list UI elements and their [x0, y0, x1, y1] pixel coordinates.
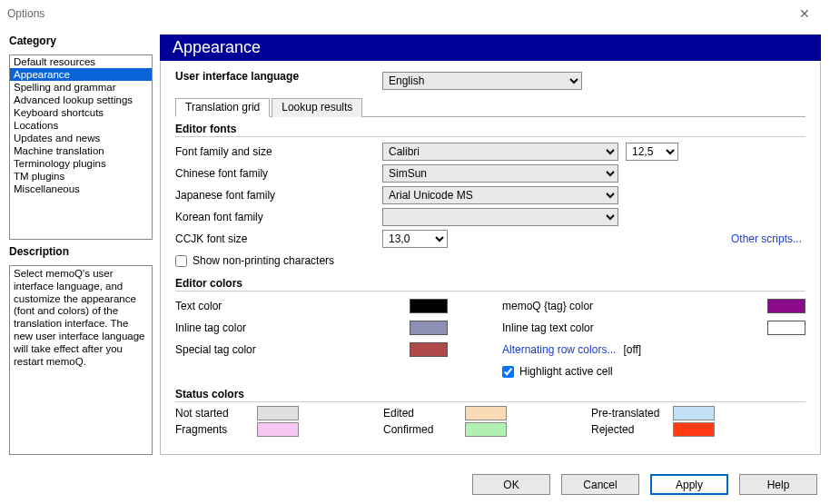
- category-item[interactable]: Updates and news: [10, 132, 152, 144]
- chinese-font-select[interactable]: SimSun: [382, 164, 618, 183]
- highlight-active-label: Highlight active cell: [519, 365, 613, 378]
- show-nonprinting-label: Show non-printing characters: [193, 254, 334, 267]
- text-color-label: Text color: [175, 300, 275, 312]
- ok-button[interactable]: OK: [472, 474, 550, 495]
- inline-tag-text-color-label: Inline tag text color: [502, 321, 638, 334]
- status-edited-swatch[interactable]: [465, 406, 507, 420]
- close-icon[interactable]: ✕: [786, 6, 823, 21]
- apply-button[interactable]: Apply: [650, 474, 728, 495]
- font-size-select[interactable]: 12,5: [626, 143, 678, 161]
- status-rejected-label: Rejected: [591, 423, 673, 436]
- ui-language-label: User interface language: [175, 70, 382, 83]
- category-item[interactable]: Locations: [10, 119, 152, 132]
- other-scripts-link[interactable]: Other scripts...: [731, 232, 802, 245]
- ui-language-select[interactable]: English: [382, 72, 582, 90]
- status-fragments-label: Fragments: [175, 423, 257, 436]
- font-family-label: Font family and size: [175, 145, 382, 158]
- status-not-started-swatch[interactable]: [257, 406, 299, 420]
- category-item[interactable]: Terminology plugins: [10, 157, 152, 170]
- category-item[interactable]: Default resources: [10, 55, 152, 68]
- description-text: Select memoQ's user interface language, …: [9, 265, 153, 455]
- status-not-started-label: Not started: [175, 407, 257, 420]
- inline-tag-color-label: Inline tag color: [175, 321, 275, 334]
- show-nonprinting-checkbox[interactable]: Show non-printing characters: [175, 254, 334, 267]
- tab[interactable]: Translation grid: [175, 98, 270, 117]
- alternating-colors-state: [off]: [623, 343, 641, 356]
- category-item[interactable]: Appearance: [10, 68, 152, 81]
- category-item[interactable]: Advanced lookup settings: [10, 94, 152, 106]
- status-colors-header: Status colors: [175, 388, 805, 402]
- highlight-active-checkbox[interactable]: Highlight active cell: [502, 365, 613, 378]
- japanese-font-label: Japanese font family: [175, 189, 382, 202]
- inline-tag-text-color-swatch[interactable]: [767, 321, 805, 335]
- description-header: Description: [9, 245, 153, 258]
- category-item[interactable]: TM plugins: [10, 170, 152, 183]
- status-edited-label: Edited: [383, 407, 465, 420]
- font-family-select[interactable]: Calibri: [382, 143, 618, 161]
- status-pretranslated-label: Pre-translated: [591, 407, 673, 420]
- page-title-banner: Appearance: [160, 35, 821, 61]
- category-item[interactable]: Spelling and grammar: [10, 81, 152, 94]
- editor-colors-header: Editor colors: [175, 277, 805, 292]
- window-title: Options: [7, 7, 786, 20]
- status-pretranslated-swatch[interactable]: [673, 406, 715, 420]
- cancel-button[interactable]: Cancel: [561, 474, 639, 495]
- status-fragments-swatch[interactable]: [257, 422, 299, 437]
- category-item[interactable]: Keyboard shortcuts: [10, 106, 152, 119]
- status-rejected-swatch[interactable]: [673, 422, 715, 437]
- category-header: Category: [9, 35, 153, 47]
- chinese-font-label: Chinese font family: [175, 167, 382, 180]
- category-listbox[interactable]: Default resourcesAppearanceSpelling and …: [9, 54, 153, 240]
- special-tag-color-label: Special tag color: [175, 343, 275, 356]
- korean-font-select[interactable]: [382, 208, 618, 226]
- inline-tag-color-swatch[interactable]: [410, 321, 448, 335]
- special-tag-color-swatch[interactable]: [410, 342, 448, 357]
- status-confirmed-label: Confirmed: [383, 423, 465, 436]
- editor-fonts-header: Editor fonts: [175, 123, 805, 137]
- status-confirmed-swatch[interactable]: [465, 422, 507, 437]
- help-button[interactable]: Help: [739, 474, 817, 495]
- tabs: Translation gridLookup results: [175, 97, 805, 117]
- memoq-tag-color-label: memoQ {tag} color: [502, 300, 638, 312]
- japanese-font-select[interactable]: Arial Unicode MS: [382, 186, 618, 204]
- tab[interactable]: Lookup results: [272, 98, 362, 117]
- category-item[interactable]: Miscellaneous: [10, 183, 152, 195]
- alternating-colors-link[interactable]: Alternating row colors...: [502, 343, 616, 356]
- ccjk-size-select[interactable]: 13,0: [382, 230, 448, 248]
- memoq-tag-color-swatch[interactable]: [767, 299, 805, 313]
- ccjk-size-label: CCJK font size: [175, 232, 382, 245]
- category-item[interactable]: Machine translation: [10, 144, 152, 157]
- text-color-swatch[interactable]: [410, 299, 448, 313]
- korean-font-label: Korean font family: [175, 211, 382, 223]
